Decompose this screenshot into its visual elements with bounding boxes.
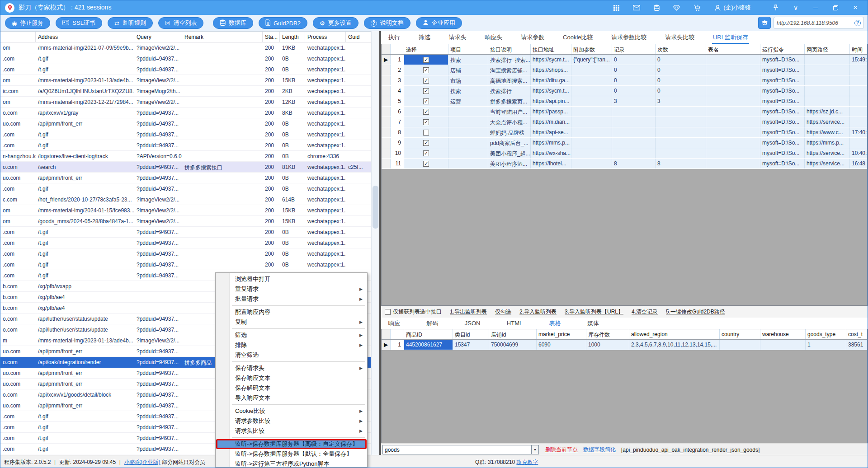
session-row[interactable]: om/mms-material-img/2021-07-09/59e9b...?… bbox=[0, 42, 371, 53]
session-row[interactable]: om/mms-material-img/2024-01-15/fce983...… bbox=[0, 205, 371, 216]
column-header[interactable]: country bbox=[720, 329, 760, 339]
column-header[interactable] bbox=[391, 44, 404, 54]
listen-row[interactable]: 4✓搜索搜索排行https://sycm.t...00mysoft=D:\So.… bbox=[382, 86, 867, 96]
column-header[interactable]: allowed_region bbox=[629, 329, 720, 339]
row-checkbox[interactable]: ✓ bbox=[404, 148, 448, 158]
session-row[interactable]: .com/t.gif?pdduid=94937...2000Bwechatapp… bbox=[0, 129, 371, 140]
row-checkbox[interactable]: ✓ bbox=[404, 65, 448, 75]
maximize-button[interactable] bbox=[829, 2, 842, 13]
tab-响应头[interactable]: 响应头 bbox=[484, 31, 503, 44]
tab-HTML[interactable]: HTML bbox=[506, 318, 524, 329]
menu-item[interactable]: 筛选▶ bbox=[216, 330, 367, 340]
listen-row[interactable]: 6✓当前登陆用户...https://passp...mysoft=D:\So.… bbox=[382, 107, 867, 117]
simplify-fields-link[interactable]: 数据字段简化 bbox=[583, 446, 616, 454]
menu-item[interactable]: 监听->保存数据库服务器【高级：自定义保存】 bbox=[216, 439, 367, 449]
row-checkbox[interactable]: ✓ bbox=[404, 55, 448, 65]
session-row[interactable]: o.com/search?pdduid=94937...拼多多搜索接口20081… bbox=[0, 162, 371, 173]
listen-row[interactable]: 5✓运营拼多多搜索页...https://api.pin...33mysoft=… bbox=[382, 96, 867, 107]
column-header[interactable]: 次数 bbox=[656, 44, 706, 54]
listen-row[interactable]: 11✓美团小程序酒...https://ihotel...88mysoft=D:… bbox=[382, 159, 867, 169]
column-header[interactable]: 附加参数 bbox=[571, 44, 612, 54]
column-header[interactable] bbox=[0, 32, 36, 42]
toolbar-button-help[interactable]: ?说明文档 bbox=[364, 17, 410, 29]
tab-解码[interactable]: 解码 bbox=[425, 317, 439, 330]
row-checkbox[interactable]: ✓ bbox=[404, 117, 448, 127]
pin-icon[interactable] bbox=[769, 2, 783, 13]
session-row[interactable]: uo.com/api/pmm/front_err?pdduid=94937...… bbox=[0, 118, 371, 129]
column-header[interactable]: Sta... bbox=[263, 32, 280, 42]
node-dropdown-icon[interactable]: ▼ bbox=[532, 445, 539, 454]
tab-执行[interactable]: 执行 bbox=[387, 31, 401, 44]
sessions-scrollbar[interactable] bbox=[371, 31, 379, 455]
session-row[interactable]: .com/t.gif?pdduid=94937...2000Bwechatapp… bbox=[0, 140, 371, 151]
listen-row[interactable]: 7✓大众点评小程...https://m.dian...mysoft=D:\So… bbox=[382, 117, 867, 127]
qq-group-link[interactable]: 攻克数字 bbox=[516, 459, 538, 465]
row-checkbox[interactable]: ✓ bbox=[404, 159, 448, 168]
tab-响应[interactable]: 响应 bbox=[387, 317, 401, 330]
menu-item[interactable]: 排除▶ bbox=[216, 340, 367, 350]
cart-icon[interactable] bbox=[693, 5, 701, 11]
column-header[interactable]: 表名 bbox=[706, 44, 760, 54]
session-row[interactable]: .com/t.gif?pdduid=94937...2000Bwechatapp… bbox=[0, 248, 371, 259]
diamond-icon[interactable] bbox=[673, 5, 680, 11]
session-row[interactable]: om/mms-material-img/2023-01-13/ade4b...?… bbox=[0, 75, 371, 86]
listen-row[interactable]: 3✓市场高德地图搜索...https://ditu.ga...00mysoft=… bbox=[382, 75, 867, 86]
listen-row[interactable]: 2✓店铺淘宝搜索店铺...https://shops...00mysoft=D:… bbox=[382, 65, 867, 75]
chevron-down-icon[interactable]: ∨ bbox=[789, 2, 802, 13]
menu-item[interactable]: 请求参数比较▶ bbox=[216, 416, 367, 426]
listen-row[interactable]: 9✓pdd商家后台_...https://mms.p...mysoft=D:\S… bbox=[382, 138, 867, 148]
scrollbar-thumb[interactable] bbox=[373, 186, 378, 229]
session-row[interactable]: o.com/api/xcxv/v1/gray?pdduid=94937...20… bbox=[0, 108, 371, 118]
row-checkbox[interactable]: ✓ bbox=[404, 107, 448, 117]
column-header[interactable]: 接口说明 bbox=[488, 44, 531, 54]
graduation-cap-icon[interactable] bbox=[758, 17, 771, 29]
tab-Cookie比较[interactable]: Cookie比较 bbox=[562, 31, 594, 44]
session-row[interactable]: .com/t.gif?pdduid=94937...2000Bwechatapp… bbox=[0, 238, 371, 248]
tab-请求头比较[interactable]: 请求头比较 bbox=[664, 31, 695, 44]
menu-item[interactable]: 浏览器中打开 bbox=[216, 274, 367, 284]
row-checkbox[interactable]: ✓ bbox=[404, 96, 448, 106]
column-header[interactable] bbox=[382, 44, 391, 54]
session-row[interactable]: .com/t.gif?pdduid=94937...2000Bwechatapp… bbox=[0, 64, 371, 75]
session-row[interactable]: c.com/hot_friends/2020-10-27/78c3afa5-23… bbox=[0, 194, 371, 205]
session-row[interactable]: .com/t.gif?pdduid=94937...2000Bwechatapp… bbox=[0, 183, 371, 194]
session-row[interactable]: om/goods_mms/2024-05-28/8ba4847a-1...?im… bbox=[0, 216, 371, 227]
tab-请求参数比较[interactable]: 请求参数比较 bbox=[610, 31, 647, 44]
column-header[interactable]: market_price bbox=[537, 329, 586, 339]
toolbar-button-certificate[interactable]: SSL证书 bbox=[56, 17, 102, 29]
column-header[interactable]: goods_type bbox=[806, 329, 846, 339]
column-header[interactable]: 库存件数 bbox=[586, 329, 629, 339]
session-row[interactable]: .com/t.gif?pdduid=94937...2000Bwechatapp… bbox=[0, 259, 371, 270]
column-header[interactable]: Process bbox=[305, 32, 346, 42]
toolbar-button-document[interactable]: Guid2DB2 bbox=[259, 17, 307, 29]
listen-row[interactable]: 10✓美团小程序_超...https://wx-sha...mysoft=D:\… bbox=[382, 148, 867, 159]
toolbar-button-stop[interactable]: ◉停止服务 bbox=[5, 17, 50, 29]
column-header[interactable]: 店铺id bbox=[489, 329, 537, 339]
delete-node-link[interactable]: 删除当前节点 bbox=[545, 446, 578, 454]
column-header[interactable] bbox=[391, 329, 404, 339]
menu-item[interactable]: 请求头比较▶ bbox=[216, 426, 367, 436]
column-header[interactable]: 接口地址 bbox=[531, 44, 571, 54]
column-header[interactable]: Length bbox=[280, 32, 305, 42]
menu-item[interactable]: 导入响应文本 bbox=[216, 393, 367, 403]
column-header[interactable]: 运行指令 bbox=[760, 44, 805, 54]
tab-URL监听保存[interactable]: URL监听保存 bbox=[712, 31, 749, 44]
session-row[interactable]: .com/t.gif?pdduid=94937...2000Bwechatapp… bbox=[0, 53, 371, 64]
tab-表格[interactable]: 表格 bbox=[548, 317, 562, 330]
column-header[interactable]: Address bbox=[36, 32, 134, 42]
row-checkbox[interactable]: ✓ bbox=[404, 75, 448, 85]
url-help-icon[interactable]: ? bbox=[854, 20, 861, 26]
column-header[interactable]: warehouse bbox=[760, 329, 806, 339]
listen-action-link[interactable]: 5.一键修改Guid2DB路径 bbox=[666, 308, 725, 316]
session-row[interactable]: n-hangzhou.log.../logstores/live-client-… bbox=[0, 151, 371, 162]
listen-action-link[interactable]: 4.清空记录 bbox=[632, 308, 658, 316]
column-header[interactable]: Guid bbox=[346, 32, 371, 42]
tab-媒体[interactable]: 媒体 bbox=[586, 317, 600, 330]
goods-row[interactable]: ▶144520086162715347750004699609010002,3,… bbox=[382, 340, 867, 350]
toolbar-button-clear-list[interactable]: ☒清空列表 bbox=[158, 17, 204, 29]
database-icon[interactable] bbox=[654, 5, 660, 11]
column-header[interactable]: 选择 bbox=[404, 44, 448, 54]
toolbar-button-settings[interactable]: ⚙更多设置 bbox=[313, 17, 359, 29]
menu-item[interactable]: 保存响应文本 bbox=[216, 373, 367, 383]
listen-row[interactable]: ▶1✓搜索搜索排行_搜索...https://sycm.t...{"query"… bbox=[382, 55, 867, 65]
